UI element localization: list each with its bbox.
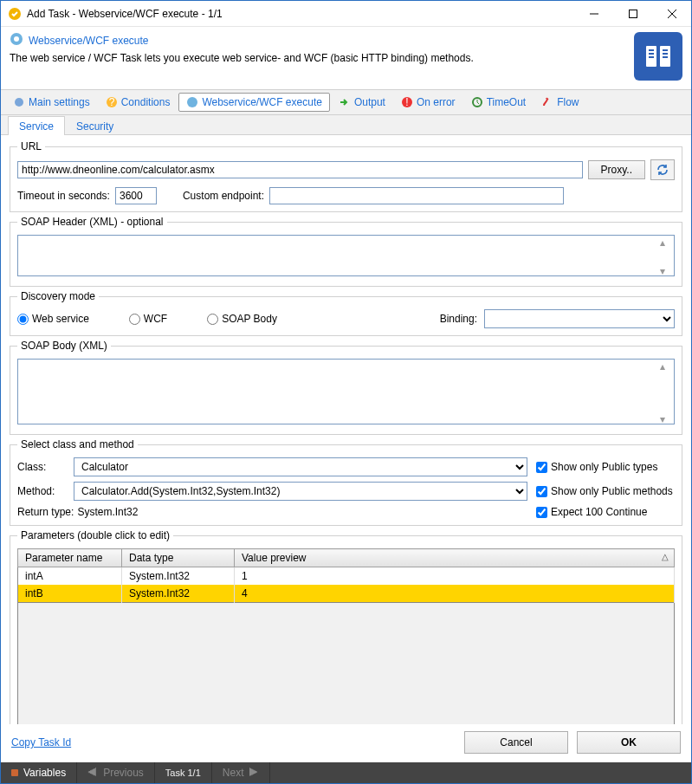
url-group: URL Proxy.. Timeout in seconds: Custom e… <box>10 140 682 212</box>
proxy-button[interactable]: Proxy.. <box>588 160 645 179</box>
svg-rect-2 <box>629 10 637 17</box>
feature-icon <box>634 32 682 81</box>
tab-main-settings[interactable]: Main settings <box>6 94 97 111</box>
close-button[interactable] <box>652 1 691 27</box>
tab-onerror-label: On error <box>417 96 456 108</box>
chevron-right-icon: ⯈ <box>249 767 259 779</box>
tab-onerror[interactable]: !On error <box>394 94 462 111</box>
binding-select[interactable] <box>484 309 675 328</box>
check-expect-100[interactable]: Expect 100 Continue <box>536 506 675 518</box>
window-title: Add Task - Webservice/WCF execute - 1/1 <box>27 8 574 20</box>
endpoint-input[interactable] <box>269 187 564 204</box>
table-row[interactable]: intB System.Int32 4 <box>18 585 675 603</box>
binding-label: Binding: <box>440 313 477 325</box>
return-type-label: Return type: <box>17 506 74 518</box>
tab-webservice-label: Webservice/WCF execute <box>202 96 322 108</box>
endpoint-label: Custom endpoint: <box>183 190 264 202</box>
header: Webservice/WCF execute The web service /… <box>1 27 691 89</box>
cell-param-name: intA <box>18 567 122 586</box>
clock-icon <box>471 96 483 108</box>
parameters-legend: Parameters (double click to edit) <box>17 529 173 541</box>
footer: Copy Task Id Cancel OK <box>1 724 691 762</box>
status-next[interactable]: Next⯈ <box>212 762 271 783</box>
app-icon <box>8 7 22 21</box>
check-public-types-label: Show only Public types <box>551 461 657 473</box>
tab-output-label: Output <box>354 96 385 108</box>
method-select[interactable]: Calculator.Add(System.Int32,System.Int32… <box>74 482 527 501</box>
cancel-button[interactable]: Cancel <box>464 731 568 754</box>
status-task-count: Task 1/1 <box>155 762 212 783</box>
status-previous[interactable]: ⯇Previous <box>77 762 155 783</box>
timeout-label: Timeout in seconds: <box>17 190 110 202</box>
discovery-group: Discovery mode Web service WCF SOAP Body… <box>10 290 682 336</box>
svg-text:?: ? <box>108 96 114 108</box>
tab-output[interactable]: Output <box>332 94 392 111</box>
cell-data-type: System.Int32 <box>122 585 235 603</box>
subtab-security[interactable]: Security <box>65 116 125 135</box>
return-type-value: System.Int32 <box>77 506 138 518</box>
check-expect-100-label: Expect 100 Continue <box>551 506 647 518</box>
radio-wcf-label: WCF <box>144 313 167 325</box>
svg-point-6 <box>14 36 19 42</box>
page-description: The web service / WCF Task lets you exec… <box>10 52 625 64</box>
check-public-methods[interactable]: Show only Public methods <box>536 485 675 497</box>
class-label: Class: <box>17 461 65 473</box>
ok-button[interactable]: OK <box>577 731 681 754</box>
variables-icon <box>11 769 18 776</box>
col-data-type[interactable]: Data type <box>122 549 235 567</box>
check-public-methods-label: Show only Public methods <box>551 485 673 497</box>
svg-text:!: ! <box>405 96 408 108</box>
table-row[interactable]: intA System.Int32 1 <box>18 567 675 586</box>
question-icon: ? <box>106 96 118 108</box>
page-title: Webservice/WCF execute <box>29 35 149 47</box>
cell-param-name: intB <box>18 585 122 603</box>
radio-webservice[interactable]: Web service <box>17 313 89 325</box>
radio-webservice-label: Web service <box>32 313 89 325</box>
status-previous-label: Previous <box>103 767 144 779</box>
chevron-left-icon: ⯇ <box>87 767 98 779</box>
tab-webservice[interactable]: Webservice/WCF execute <box>178 93 330 112</box>
subtab-service[interactable]: Service <box>8 116 65 135</box>
refresh-button[interactable] <box>650 159 675 180</box>
error-icon: ! <box>401 96 413 108</box>
check-public-types[interactable]: Show only Public types <box>536 461 675 473</box>
maximize-button[interactable] <box>613 1 652 27</box>
soap-body-textarea[interactable] <box>17 359 675 424</box>
soap-body-group: SOAP Body (XML) ▴▾ <box>10 340 682 435</box>
cell-data-type: System.Int32 <box>122 567 235 586</box>
discovery-legend: Discovery mode <box>17 290 99 302</box>
timeout-input[interactable] <box>115 187 157 204</box>
parameters-empty-area <box>17 603 675 724</box>
tab-conditions[interactable]: ?Conditions <box>99 94 178 111</box>
radio-wcf[interactable]: WCF <box>129 313 167 325</box>
tab-flow[interactable]: Flow <box>534 94 585 111</box>
class-method-group: Select class and method Class: Calculato… <box>10 438 682 526</box>
radio-soapbody-label: SOAP Body <box>222 313 277 325</box>
col-param-name[interactable]: Parameter name <box>18 549 122 567</box>
wcf-icon <box>10 32 23 49</box>
url-input[interactable] <box>17 161 583 178</box>
copy-task-id-link[interactable]: Copy Task Id <box>11 736 71 748</box>
settings-icon <box>13 96 25 108</box>
main-tabstrip: Main settings ?Conditions Webservice/WCF… <box>1 89 691 115</box>
tab-flow-label: Flow <box>557 96 579 108</box>
cell-value: 4 <box>235 585 675 603</box>
content-area: URL Proxy.. Timeout in seconds: Custom e… <box>1 135 691 724</box>
radio-soapbody[interactable]: SOAP Body <box>207 313 277 325</box>
sort-indicator-icon: △ <box>662 552 669 561</box>
output-icon <box>339 96 351 108</box>
parameters-table[interactable]: Parameter name Data type Value preview△ … <box>17 548 675 603</box>
soap-header-textarea[interactable] <box>17 235 675 276</box>
status-variables[interactable]: Variables <box>1 762 77 783</box>
tab-main-settings-label: Main settings <box>29 96 90 108</box>
status-variables-label: Variables <box>23 767 66 779</box>
class-select[interactable]: Calculator <box>74 457 527 476</box>
col-value-preview[interactable]: Value preview△ <box>235 549 675 567</box>
soap-header-legend: SOAP Header (XML) - optional <box>17 216 167 228</box>
tab-timeout-label: TimeOut <box>487 96 527 108</box>
flow-icon <box>541 96 553 108</box>
titlebar: Add Task - Webservice/WCF execute - 1/1 <box>1 1 691 27</box>
tab-timeout[interactable]: TimeOut <box>464 94 534 111</box>
soap-body-legend: SOAP Body (XML) <box>17 340 111 352</box>
minimize-button[interactable] <box>574 1 613 27</box>
